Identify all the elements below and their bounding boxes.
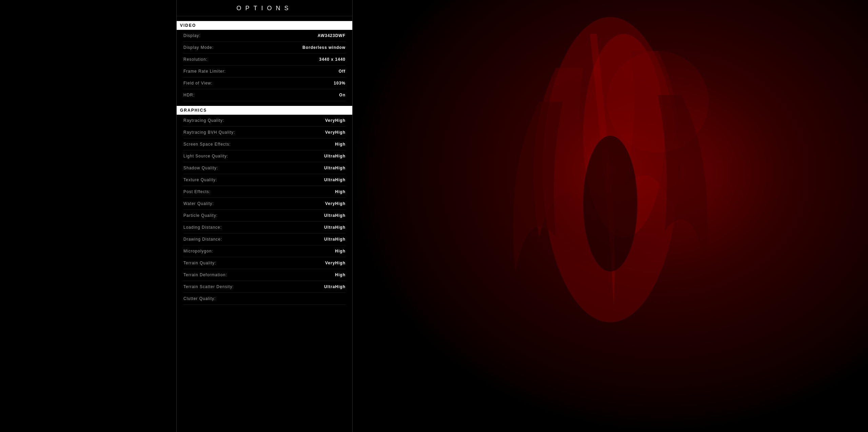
terrain-scatter-label: Terrain Scatter Density: [183, 284, 234, 289]
raytracing-quality-row: Raytracing Quality: VeryHigh [183, 115, 346, 127]
loading-distance-label: Loading Distance: [183, 225, 222, 230]
video-section-header: VIDEO [177, 21, 352, 30]
hdr-value: On [339, 93, 346, 97]
clutter-quality-label: Clutter Quality: [183, 296, 216, 301]
dragon-artwork [353, 0, 868, 432]
light-source-row: Light Source Quality: UltraHigh [183, 150, 346, 162]
particle-quality-row: Particle Quality: UltraHigh [183, 210, 346, 222]
loading-distance-row: Loading Distance: UltraHigh [183, 222, 346, 233]
post-effects-label: Post Effects: [183, 189, 211, 194]
light-source-label: Light Source Quality: [183, 154, 228, 158]
display-mode-row: Display Mode: Borderless window [183, 42, 346, 54]
shadow-quality-label: Shadow Quality: [183, 166, 218, 170]
screen-space-row: Screen Space Effects: High [183, 138, 346, 150]
resolution-value: 3440 x 1440 [319, 57, 346, 62]
options-panel: OPTIONS VIDEO Display: AW3423DWF Display… [176, 0, 353, 432]
post-effects-value: High [335, 189, 346, 194]
texture-quality-label: Texture Quality: [183, 177, 217, 182]
micropolygon-label: Micropolygon: [183, 249, 213, 253]
clutter-quality-row: Clutter Quality: [183, 293, 346, 305]
water-quality-row: Water Quality: VeryHigh [183, 198, 346, 210]
raytracing-quality-value: VeryHigh [325, 118, 346, 123]
terrain-deformation-value: High [335, 273, 346, 277]
options-container: VIDEO Display: AW3423DWF Display Mode: B… [177, 21, 352, 305]
terrain-quality-row: Terrain Quality: VeryHigh [183, 257, 346, 269]
drawing-distance-row: Drawing Distance: UltraHigh [183, 233, 346, 245]
fov-row: Field of View: 103% [183, 77, 346, 89]
raytracing-quality-label: Raytracing Quality: [183, 118, 224, 123]
terrain-quality-value: VeryHigh [325, 261, 346, 265]
terrain-deformation-label: Terrain Deformation: [183, 273, 227, 277]
resolution-row: Resolution: 3440 x 1440 [183, 54, 346, 65]
shadow-quality-value: UltraHigh [324, 166, 346, 170]
hdr-row: HDR: On [183, 89, 346, 101]
screen-space-value: High [335, 142, 346, 147]
svg-point-6 [583, 136, 637, 271]
texture-quality-row: Texture Quality: UltraHigh [183, 174, 346, 186]
left-panel [0, 0, 176, 432]
post-effects-row: Post Effects: High [183, 186, 346, 198]
display-mode-value: Borderless window [302, 45, 346, 50]
drawing-distance-label: Drawing Distance: [183, 237, 222, 242]
micropolygon-value: High [335, 249, 346, 253]
terrain-quality-label: Terrain Quality: [183, 261, 216, 265]
terrain-scatter-value: UltraHigh [324, 284, 346, 289]
raytracing-bvh-label: Raytracing BVH Quality: [183, 130, 235, 135]
water-quality-label: Water Quality: [183, 201, 214, 206]
raytracing-bvh-value: VeryHigh [325, 130, 346, 135]
frame-rate-row: Frame Rate Limiter: Off [183, 65, 346, 77]
frame-rate-value: Off [339, 69, 346, 74]
particle-quality-value: UltraHigh [324, 213, 346, 218]
particle-quality-label: Particle Quality: [183, 213, 218, 218]
fov-value: 103% [334, 81, 346, 86]
page-title: OPTIONS [177, 0, 352, 16]
display-label: Display: [183, 33, 201, 38]
display-row: Display: AW3423DWF [183, 30, 346, 42]
texture-quality-value: UltraHigh [324, 177, 346, 182]
water-quality-value: VeryHigh [325, 201, 346, 206]
drawing-distance-value: UltraHigh [324, 237, 346, 242]
terrain-deformation-row: Terrain Deformation: High [183, 269, 346, 281]
terrain-scatter-row: Terrain Scatter Density: UltraHigh [183, 281, 346, 293]
shadow-quality-row: Shadow Quality: UltraHigh [183, 162, 346, 174]
micropolygon-row: Micropolygon: High [183, 245, 346, 257]
loading-distance-value: UltraHigh [324, 225, 346, 230]
resolution-label: Resolution: [183, 57, 208, 62]
graphics-section-header: GRAPHICS [177, 106, 352, 115]
display-value: AW3423DWF [318, 33, 346, 38]
frame-rate-label: Frame Rate Limiter: [183, 69, 226, 74]
background-panel [353, 0, 868, 432]
screen-space-label: Screen Space Effects: [183, 142, 231, 147]
hdr-label: HDR: [183, 93, 195, 97]
fov-label: Field of View: [183, 81, 213, 86]
display-mode-label: Display Mode: [183, 45, 214, 50]
raytracing-bvh-row: Raytracing BVH Quality: VeryHigh [183, 127, 346, 138]
light-source-value: UltraHigh [324, 154, 346, 158]
